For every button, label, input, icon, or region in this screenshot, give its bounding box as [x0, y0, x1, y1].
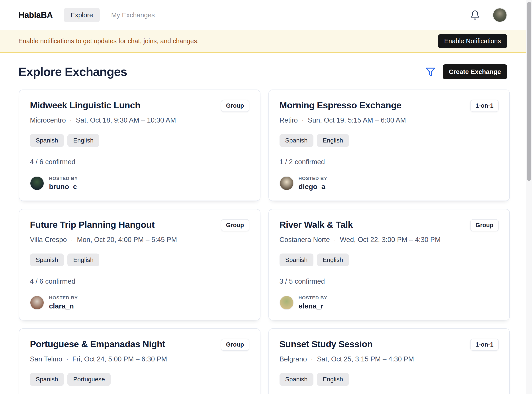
exchange-card[interactable]: Sunset Study Session 1-on-1 Belgrano · S… [268, 328, 510, 394]
hosted-by-label: HOSTED BY [299, 295, 327, 301]
exchange-card[interactable]: Midweek Linguistic Lunch Group Microcent… [19, 89, 261, 201]
host-avatar [280, 176, 294, 190]
hosted-by-label: HOSTED BY [299, 176, 327, 181]
language-tag-spanish: Spanish [280, 134, 313, 147]
enable-notifications-button[interactable]: Enable Notifications [438, 34, 507, 48]
language-tag-portuguese: Portuguese [67, 373, 111, 386]
exchange-location: Costanera Norte [280, 236, 330, 244]
language-tags: SpanishEnglish [280, 134, 499, 147]
language-tag-spanish: Spanish [30, 134, 64, 147]
exchange-type-badge: Group [221, 339, 249, 351]
exchange-datetime: Wed, Oct 22, 3:00 PM – 4:30 PM [340, 236, 440, 244]
notifications-bell-button[interactable] [470, 10, 480, 20]
exchange-card[interactable]: Future Trip Planning Hangout Group Villa… [19, 209, 261, 321]
exchange-datetime: Fri, Oct 24, 5:00 PM – 6:30 PM [72, 355, 167, 363]
notification-banner: Enable notifications to get updates for … [0, 30, 532, 53]
confirmed-count: 1 / 2 confirmed [280, 158, 499, 166]
language-tag-english: English [317, 134, 349, 147]
exchange-location: Microcentro [30, 116, 66, 124]
hosted-by-label: HOSTED BY [49, 295, 78, 301]
language-tags: SpanishPortuguese [30, 373, 249, 386]
exchange-meta: Costanera Norte · Wed, Oct 22, 3:00 PM –… [280, 236, 499, 244]
meta-separator: · [66, 356, 68, 363]
main-nav: ExploreMy Exchanges [64, 8, 470, 22]
page-head: Explore Exchanges Create Exchange [0, 53, 532, 89]
exchange-location: San Telmo [30, 355, 62, 363]
meta-separator: · [302, 117, 304, 124]
language-tag-spanish: Spanish [30, 254, 64, 266]
exchange-type-badge: 1-on-1 [470, 339, 499, 351]
exchange-card[interactable]: Portuguese & Empanadas Night Group San T… [19, 328, 261, 394]
host-name: elena_r [299, 302, 327, 310]
language-tags: SpanishEnglish [280, 254, 499, 266]
exchange-meta: Belgrano · Sat, Oct 25, 3:15 PM – 4:30 P… [280, 355, 499, 363]
exchange-meta: Retiro · Sun, Oct 19, 5:15 AM – 6:00 AM [280, 116, 499, 124]
language-tags: SpanishEnglish [30, 254, 249, 266]
exchange-datetime: Sat, Oct 25, 3:15 PM – 4:30 PM [317, 355, 414, 363]
exchange-title: Portuguese & Empanadas Night [30, 339, 215, 350]
exchange-type-badge: Group [221, 219, 249, 231]
create-exchange-button[interactable]: Create Exchange [443, 64, 507, 79]
exchanges-grid: Midweek Linguistic Lunch Group Microcent… [0, 89, 532, 394]
exchange-datetime: Mon, Oct 20, 4:00 PM – 5:45 PM [77, 236, 177, 244]
app-header: HablaBA ExploreMy Exchanges [0, 0, 532, 30]
exchange-meta: Villa Crespo · Mon, Oct 20, 4:00 PM – 5:… [30, 236, 249, 244]
host-avatar [280, 296, 294, 310]
exchange-card[interactable]: Morning Espresso Exchange 1-on-1 Retiro … [268, 89, 510, 201]
language-tags: SpanishEnglish [280, 373, 499, 386]
exchange-title: Future Trip Planning Hangout [30, 219, 215, 230]
meta-separator: · [71, 236, 73, 243]
host-name: diego_a [299, 183, 327, 191]
exchange-type-badge: Group [221, 100, 249, 112]
scrollbar-thumb[interactable] [527, 2, 531, 181]
exchange-location: Villa Crespo [30, 236, 67, 244]
host-name: clara_n [49, 302, 78, 310]
tab-my-exchanges[interactable]: My Exchanges [105, 8, 162, 22]
host-name: bruno_c [49, 183, 78, 191]
tab-explore[interactable]: Explore [64, 8, 100, 22]
exchange-location: Belgrano [280, 355, 307, 363]
user-avatar[interactable] [493, 8, 507, 22]
scrollbar-track[interactable] [526, 0, 532, 394]
exchange-datetime: Sun, Oct 19, 5:15 AM – 6:00 AM [308, 116, 406, 124]
exchange-title: Midweek Linguistic Lunch [30, 100, 215, 111]
exchange-title: River Walk & Talk [280, 219, 465, 230]
language-tag-spanish: Spanish [280, 373, 313, 386]
language-tag-spanish: Spanish [280, 254, 313, 266]
app-logo[interactable]: HablaBA [18, 10, 53, 20]
bell-icon [470, 10, 480, 20]
filter-icon [425, 66, 436, 77]
host-avatar [30, 296, 44, 310]
exchange-title: Sunset Study Session [280, 339, 465, 350]
language-tag-spanish: Spanish [30, 373, 64, 386]
exchange-meta: Microcentro · Sat, Oct 18, 9:30 AM – 10:… [30, 116, 249, 124]
meta-separator: · [311, 356, 313, 363]
page-title: Explore Exchanges [18, 65, 425, 79]
meta-separator: · [334, 236, 336, 243]
language-tag-english: English [67, 254, 99, 266]
exchange-title: Morning Espresso Exchange [280, 100, 465, 111]
exchange-type-badge: Group [470, 219, 499, 231]
hosted-by-label: HOSTED BY [49, 176, 78, 181]
language-tag-english: English [67, 134, 99, 147]
meta-separator: · [70, 117, 72, 124]
exchange-card[interactable]: River Walk & Talk Group Costanera Norte … [268, 209, 510, 321]
banner-message: Enable notifications to get updates for … [18, 37, 438, 45]
language-tag-english: English [317, 254, 349, 266]
exchange-datetime: Sat, Oct 18, 9:30 AM – 10:30 AM [76, 116, 176, 124]
host-avatar [30, 176, 44, 190]
exchange-type-badge: 1-on-1 [470, 100, 499, 112]
language-tags: SpanishEnglish [30, 134, 249, 147]
confirmed-count: 4 / 6 confirmed [30, 277, 249, 285]
confirmed-count: 3 / 5 confirmed [280, 277, 499, 285]
language-tag-english: English [317, 373, 349, 386]
filter-button[interactable] [425, 66, 436, 77]
confirmed-count: 4 / 6 confirmed [30, 158, 249, 166]
exchange-location: Retiro [280, 116, 298, 124]
exchange-meta: San Telmo · Fri, Oct 24, 5:00 PM – 6:30 … [30, 355, 249, 363]
